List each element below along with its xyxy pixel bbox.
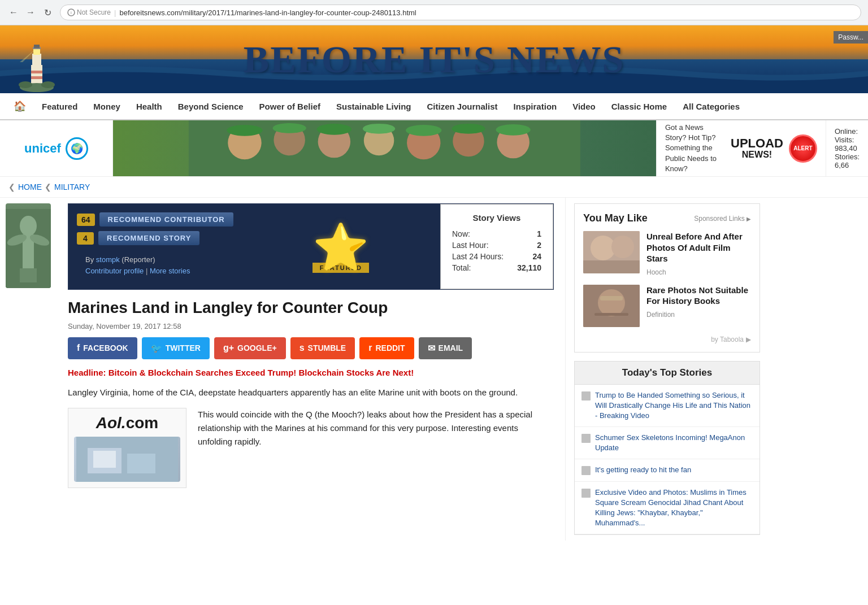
alert-button[interactable]: ALERT [789, 134, 817, 163]
email-share-button[interactable]: ✉ EMAIL [419, 337, 472, 359]
star-featured-section: ⭐ FEATURED [242, 204, 440, 289]
recommend-story-button[interactable]: 4 RECOMMEND STORY [77, 231, 233, 245]
googleplus-share-button[interactable]: g+ GOOGLE+ [214, 337, 286, 359]
contributor-info: By stompk (Reporter) Contributor profile… [77, 250, 233, 281]
email-share-label: EMAIL [439, 343, 463, 352]
home-nav-button[interactable]: 🏠 [6, 93, 34, 119]
forward-button[interactable]: → [24, 6, 37, 19]
facebook-icon: f [77, 343, 80, 353]
password-button[interactable]: Passw... [834, 31, 868, 43]
views-last-hour-label: Last Hour: [452, 241, 489, 250]
featured-star-display: ⭐ FEATURED [313, 221, 369, 273]
sponsored-source-1: Hooch [646, 268, 666, 276]
nav-health[interactable]: Health [128, 95, 170, 118]
online-stat: Online: [835, 127, 860, 136]
browser-nav-buttons: ← → ↻ [7, 6, 54, 19]
taboola-attribution: by Taboola ▶ [583, 336, 751, 343]
ad-banner: unicef 🌍 [0, 120, 868, 177]
statue-decoration [6, 203, 51, 288]
nav-beyond-science[interactable]: Beyond Science [170, 95, 251, 118]
facebook-share-button[interactable]: f FACEBOOK [68, 337, 137, 359]
svg-point-44 [598, 289, 625, 316]
top-story-item-4: Exclusive Video and Photos: Muslims in T… [575, 482, 760, 535]
not-secure-indicator: i Not Secure [67, 8, 111, 16]
svg-point-41 [611, 236, 634, 258]
breadcrumb-military[interactable]: MILITARY [54, 182, 90, 191]
recommend-contributor-button[interactable]: 64 RECOMMEND CONTRIBUTOR [77, 212, 233, 227]
contributor-profile-link[interactable]: stompk [96, 255, 120, 264]
stories-stat: Stories: 6,66 [835, 153, 860, 169]
headline-link[interactable]: Headline: Bitcoin & Blockchain Searches … [68, 368, 554, 377]
nav-citizen-journalist[interactable]: Citizen Journalist [419, 95, 506, 118]
top-story-item-2: Schumer Sex Skeletons Incoming! MegaAnon… [575, 427, 760, 459]
email-icon: ✉ [428, 343, 435, 354]
views-total-value: 32,110 [517, 263, 541, 272]
nav-all-categories[interactable]: All Categories [675, 95, 748, 118]
address-bar[interactable]: i Not Secure | beforeitsnews.com/militar… [60, 5, 861, 20]
nav-featured[interactable]: Featured [34, 95, 85, 118]
you-may-like-header: You May Like Sponsored Links ▶ [583, 212, 751, 224]
reddit-share-button[interactable]: r REDDIT [359, 337, 414, 359]
svg-rect-45 [594, 313, 628, 316]
nav-inspiration[interactable]: Inspiration [506, 95, 565, 118]
twitter-icon: 🐦 [151, 343, 162, 354]
svg-point-25 [406, 125, 441, 136]
breadcrumb-home[interactable]: HOME [18, 182, 42, 191]
top-story-link-2[interactable]: Schumer Sex Skeletons Incoming! MegaAnon… [595, 433, 753, 453]
views-total-label: Total: [452, 263, 471, 272]
ad-image-banner[interactable] [113, 120, 656, 176]
sponsored-text-2: Rare Photos Not Suitable For History Boo… [646, 285, 751, 327]
star-icon: ⭐ [313, 221, 369, 274]
ad-stats: Online: Visits: 983,40 Stories: 6,66 [826, 120, 868, 176]
top-story-link-1[interactable]: Trump to Be Handed Something so Serious,… [595, 390, 753, 421]
googleplus-share-label: GOOGLE+ [237, 343, 277, 352]
contributor-profile-page-link[interactable]: Contributor profile [85, 267, 144, 275]
stumble-share-label: STUMBLE [308, 343, 346, 352]
lighthouse-image [11, 31, 62, 93]
hot-tip-text: Got a News Story? Hot Tip? Something the… [665, 123, 725, 174]
top-stories-title: Today's Top Stories [575, 362, 760, 385]
story-icon-2 [581, 434, 591, 443]
site-header: BEFORE IT'S NEWS Passw... [0, 25, 868, 93]
top-story-link-4[interactable]: Exclusive Video and Photos: Muslims in T… [595, 488, 753, 529]
unicef-circle-icon: 🌍 [66, 137, 88, 160]
svg-point-11 [41, 81, 55, 88]
top-story-item-1: Trump to Be Handed Something so Serious,… [575, 385, 760, 428]
nav-power-of-belief[interactable]: Power of Belief [251, 95, 328, 118]
svg-point-10 [19, 81, 32, 88]
back-button[interactable]: ← [7, 6, 20, 19]
sidebar: You May Like Sponsored Links ▶ [565, 198, 769, 541]
views-last-hour-value: 2 [537, 241, 541, 250]
nav-bar: 🏠 Featured Money Health Beyond Science P… [0, 93, 868, 120]
article-title: Marines Land in Langley for Counter Coup [68, 298, 554, 317]
story-views-title: Story Views [452, 213, 541, 223]
recommend-story-label: RECOMMEND STORY [98, 231, 199, 245]
ad-image-inner [113, 120, 656, 176]
article-date: Sunday, November 19, 2017 12:58 [68, 322, 554, 330]
upload-news-section: Got a News Story? Hot Tip? Something the… [656, 120, 826, 176]
nav-money[interactable]: Money [85, 95, 128, 118]
views-row-total: Total: 32,110 [452, 262, 541, 273]
twitter-share-button[interactable]: 🐦 TWITTER [142, 337, 210, 359]
nav-classic-home[interactable]: Classic Home [604, 95, 675, 118]
unicef-ad[interactable]: unicef 🌍 [0, 120, 113, 176]
top-story-link-3[interactable]: It's getting ready to hit the fan [595, 465, 691, 475]
nav-sustainable-living[interactable]: Sustainable Living [328, 95, 419, 118]
taboola-icon: ▶ [746, 336, 751, 343]
main-layout: 64 RECOMMEND CONTRIBUTOR 4 RECOMMEND STO… [0, 198, 868, 541]
visits-stat: Visits: 983,40 [835, 136, 860, 153]
upload-news-button[interactable]: UPLOAD NEWS! [731, 137, 783, 160]
more-stories-link[interactable]: More stories [150, 267, 190, 275]
nav-video[interactable]: Video [565, 95, 604, 118]
stumble-share-button[interactable]: s STUMBLE [290, 337, 355, 359]
aol-advertisement[interactable]: Aol.com [68, 408, 186, 488]
sponsored-title-1: Unreal Before And After Photos Of Adult … [646, 231, 751, 264]
story-buttons: 64 RECOMMEND CONTRIBUTOR 4 RECOMMEND STO… [68, 204, 242, 289]
sponsored-item-1[interactable]: Unreal Before And After Photos Of Adult … [583, 231, 751, 276]
sponsored-item-2[interactable]: Rare Photos Not Suitable For History Boo… [583, 285, 751, 327]
views-row-last-24: Last 24 Hours: 24 [452, 251, 541, 262]
sponsored-source-2: Definition [646, 311, 675, 319]
svg-point-24 [363, 124, 395, 134]
you-may-like-title: You May Like [583, 212, 648, 224]
refresh-button[interactable]: ↻ [41, 6, 54, 19]
